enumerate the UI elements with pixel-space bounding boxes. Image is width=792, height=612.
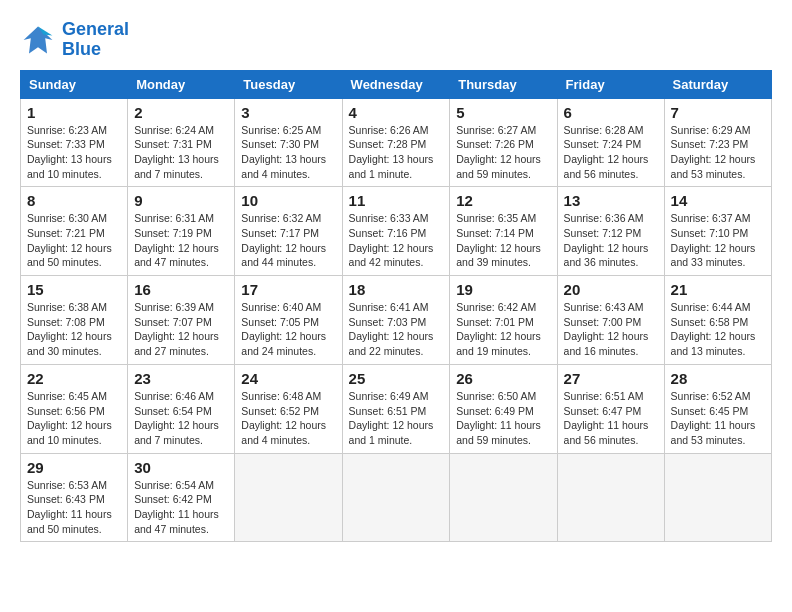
day-info: Sunrise: 6:33 AM Sunset: 7:16 PM Dayligh…: [349, 211, 444, 270]
day-number: 6: [564, 104, 658, 121]
day-info: Sunrise: 6:36 AM Sunset: 7:12 PM Dayligh…: [564, 211, 658, 270]
calendar-cell: 22Sunrise: 6:45 AM Sunset: 6:56 PM Dayli…: [21, 364, 128, 453]
day-info: Sunrise: 6:37 AM Sunset: 7:10 PM Dayligh…: [671, 211, 765, 270]
day-number: 29: [27, 459, 121, 476]
calendar-header-row: SundayMondayTuesdayWednesdayThursdayFrid…: [21, 70, 772, 98]
header-saturday: Saturday: [664, 70, 771, 98]
calendar-cell: 17Sunrise: 6:40 AM Sunset: 7:05 PM Dayli…: [235, 276, 342, 365]
header-tuesday: Tuesday: [235, 70, 342, 98]
day-info: Sunrise: 6:50 AM Sunset: 6:49 PM Dayligh…: [456, 389, 550, 448]
header-thursday: Thursday: [450, 70, 557, 98]
calendar-cell: 18Sunrise: 6:41 AM Sunset: 7:03 PM Dayli…: [342, 276, 450, 365]
day-info: Sunrise: 6:35 AM Sunset: 7:14 PM Dayligh…: [456, 211, 550, 270]
day-info: Sunrise: 6:45 AM Sunset: 6:56 PM Dayligh…: [27, 389, 121, 448]
day-info: Sunrise: 6:27 AM Sunset: 7:26 PM Dayligh…: [456, 123, 550, 182]
header-wednesday: Wednesday: [342, 70, 450, 98]
day-number: 22: [27, 370, 121, 387]
day-info: Sunrise: 6:41 AM Sunset: 7:03 PM Dayligh…: [349, 300, 444, 359]
calendar-cell: 23Sunrise: 6:46 AM Sunset: 6:54 PM Dayli…: [128, 364, 235, 453]
day-number: 14: [671, 192, 765, 209]
calendar-cell: 2Sunrise: 6:24 AM Sunset: 7:31 PM Daylig…: [128, 98, 235, 187]
day-info: Sunrise: 6:29 AM Sunset: 7:23 PM Dayligh…: [671, 123, 765, 182]
day-number: 13: [564, 192, 658, 209]
calendar-cell: [235, 453, 342, 542]
day-info: Sunrise: 6:44 AM Sunset: 6:58 PM Dayligh…: [671, 300, 765, 359]
calendar-week-4: 22Sunrise: 6:45 AM Sunset: 6:56 PM Dayli…: [21, 364, 772, 453]
calendar-cell: [450, 453, 557, 542]
calendar-cell: 16Sunrise: 6:39 AM Sunset: 7:07 PM Dayli…: [128, 276, 235, 365]
calendar-cell: 3Sunrise: 6:25 AM Sunset: 7:30 PM Daylig…: [235, 98, 342, 187]
day-info: Sunrise: 6:23 AM Sunset: 7:33 PM Dayligh…: [27, 123, 121, 182]
day-number: 20: [564, 281, 658, 298]
day-number: 16: [134, 281, 228, 298]
calendar-week-1: 1Sunrise: 6:23 AM Sunset: 7:33 PM Daylig…: [21, 98, 772, 187]
calendar-cell: 12Sunrise: 6:35 AM Sunset: 7:14 PM Dayli…: [450, 187, 557, 276]
logo-icon: [20, 22, 56, 58]
calendar-table: SundayMondayTuesdayWednesdayThursdayFrid…: [20, 70, 772, 543]
calendar-cell: 15Sunrise: 6:38 AM Sunset: 7:08 PM Dayli…: [21, 276, 128, 365]
day-info: Sunrise: 6:39 AM Sunset: 7:07 PM Dayligh…: [134, 300, 228, 359]
day-info: Sunrise: 6:24 AM Sunset: 7:31 PM Dayligh…: [134, 123, 228, 182]
day-info: Sunrise: 6:32 AM Sunset: 7:17 PM Dayligh…: [241, 211, 335, 270]
calendar-cell: 7Sunrise: 6:29 AM Sunset: 7:23 PM Daylig…: [664, 98, 771, 187]
day-info: Sunrise: 6:25 AM Sunset: 7:30 PM Dayligh…: [241, 123, 335, 182]
calendar-cell: [557, 453, 664, 542]
day-number: 5: [456, 104, 550, 121]
day-info: Sunrise: 6:40 AM Sunset: 7:05 PM Dayligh…: [241, 300, 335, 359]
calendar-cell: 14Sunrise: 6:37 AM Sunset: 7:10 PM Dayli…: [664, 187, 771, 276]
day-number: 19: [456, 281, 550, 298]
day-number: 1: [27, 104, 121, 121]
day-number: 28: [671, 370, 765, 387]
calendar-cell: 4Sunrise: 6:26 AM Sunset: 7:28 PM Daylig…: [342, 98, 450, 187]
calendar-cell: 10Sunrise: 6:32 AM Sunset: 7:17 PM Dayli…: [235, 187, 342, 276]
calendar-cell: 8Sunrise: 6:30 AM Sunset: 7:21 PM Daylig…: [21, 187, 128, 276]
day-number: 17: [241, 281, 335, 298]
day-number: 26: [456, 370, 550, 387]
day-info: Sunrise: 6:53 AM Sunset: 6:43 PM Dayligh…: [27, 478, 121, 537]
day-info: Sunrise: 6:48 AM Sunset: 6:52 PM Dayligh…: [241, 389, 335, 448]
calendar-cell: 27Sunrise: 6:51 AM Sunset: 6:47 PM Dayli…: [557, 364, 664, 453]
calendar-cell: 29Sunrise: 6:53 AM Sunset: 6:43 PM Dayli…: [21, 453, 128, 542]
day-number: 24: [241, 370, 335, 387]
day-number: 25: [349, 370, 444, 387]
day-info: Sunrise: 6:52 AM Sunset: 6:45 PM Dayligh…: [671, 389, 765, 448]
calendar-cell: 20Sunrise: 6:43 AM Sunset: 7:00 PM Dayli…: [557, 276, 664, 365]
calendar-cell: 19Sunrise: 6:42 AM Sunset: 7:01 PM Dayli…: [450, 276, 557, 365]
day-number: 27: [564, 370, 658, 387]
calendar-cell: 11Sunrise: 6:33 AM Sunset: 7:16 PM Dayli…: [342, 187, 450, 276]
day-number: 21: [671, 281, 765, 298]
day-info: Sunrise: 6:26 AM Sunset: 7:28 PM Dayligh…: [349, 123, 444, 182]
day-info: Sunrise: 6:38 AM Sunset: 7:08 PM Dayligh…: [27, 300, 121, 359]
calendar-cell: [664, 453, 771, 542]
calendar-cell: 5Sunrise: 6:27 AM Sunset: 7:26 PM Daylig…: [450, 98, 557, 187]
calendar-cell: 30Sunrise: 6:54 AM Sunset: 6:42 PM Dayli…: [128, 453, 235, 542]
logo: General Blue: [20, 20, 129, 60]
logo-text: General Blue: [62, 20, 129, 60]
calendar-cell: 21Sunrise: 6:44 AM Sunset: 6:58 PM Dayli…: [664, 276, 771, 365]
day-number: 18: [349, 281, 444, 298]
day-info: Sunrise: 6:30 AM Sunset: 7:21 PM Dayligh…: [27, 211, 121, 270]
logo-blue: Blue: [62, 39, 101, 59]
calendar-cell: 1Sunrise: 6:23 AM Sunset: 7:33 PM Daylig…: [21, 98, 128, 187]
day-number: 23: [134, 370, 228, 387]
day-info: Sunrise: 6:54 AM Sunset: 6:42 PM Dayligh…: [134, 478, 228, 537]
calendar-cell: 28Sunrise: 6:52 AM Sunset: 6:45 PM Dayli…: [664, 364, 771, 453]
day-number: 7: [671, 104, 765, 121]
day-number: 10: [241, 192, 335, 209]
day-info: Sunrise: 6:42 AM Sunset: 7:01 PM Dayligh…: [456, 300, 550, 359]
svg-marker-0: [24, 26, 53, 53]
header-monday: Monday: [128, 70, 235, 98]
calendar-cell: 13Sunrise: 6:36 AM Sunset: 7:12 PM Dayli…: [557, 187, 664, 276]
calendar-cell: 9Sunrise: 6:31 AM Sunset: 7:19 PM Daylig…: [128, 187, 235, 276]
day-number: 9: [134, 192, 228, 209]
calendar-week-3: 15Sunrise: 6:38 AM Sunset: 7:08 PM Dayli…: [21, 276, 772, 365]
day-number: 4: [349, 104, 444, 121]
day-info: Sunrise: 6:46 AM Sunset: 6:54 PM Dayligh…: [134, 389, 228, 448]
calendar-week-5: 29Sunrise: 6:53 AM Sunset: 6:43 PM Dayli…: [21, 453, 772, 542]
day-number: 12: [456, 192, 550, 209]
day-info: Sunrise: 6:28 AM Sunset: 7:24 PM Dayligh…: [564, 123, 658, 182]
day-info: Sunrise: 6:49 AM Sunset: 6:51 PM Dayligh…: [349, 389, 444, 448]
day-number: 3: [241, 104, 335, 121]
day-number: 11: [349, 192, 444, 209]
day-number: 8: [27, 192, 121, 209]
